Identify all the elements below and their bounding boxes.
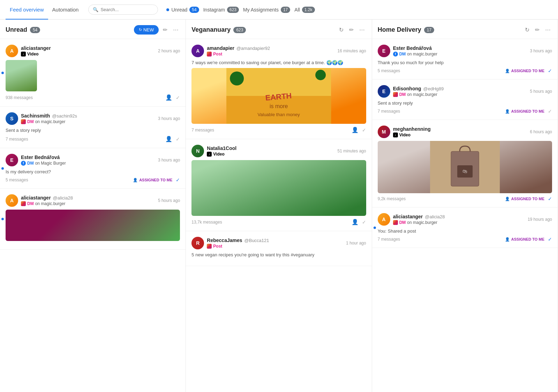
message-image: 🛍 bbox=[378, 141, 552, 193]
filter-unread[interactable]: Unread 54 bbox=[166, 7, 199, 13]
check-icon[interactable]: ✓ bbox=[548, 236, 552, 242]
col-badge-vegananuary: 623 bbox=[233, 27, 246, 33]
avatar: E bbox=[378, 85, 390, 98]
more-icon[interactable]: ⋯ bbox=[358, 25, 366, 35]
avatar: R bbox=[191, 237, 204, 249]
list-item[interactable]: S Sachinsmith @sachin92s DM on magic.bur… bbox=[0, 107, 186, 148]
list-item[interactable]: R RebeccaJames @Bucca121 Post 1 hour ago… bbox=[186, 231, 371, 266]
list-item[interactable]: E Edisonhong @edHg89 DM on magic.burger … bbox=[372, 80, 558, 120]
check-icon[interactable]: ✓ bbox=[548, 68, 552, 74]
list-item[interactable]: M meghanhenning ♪ Video 6 hours ago bbox=[372, 120, 558, 208]
instagram-icon bbox=[21, 201, 26, 206]
user-info: aliciastanger @alicia28 DM on magic.burg… bbox=[21, 195, 73, 206]
new-icon: ↻ bbox=[139, 28, 142, 32]
message-preview: 5 new vegan recipes you're going to want… bbox=[191, 252, 366, 257]
avatar: A bbox=[6, 45, 18, 57]
col-header-home-delivery: Home Delivery 17 ↻ ✏ ⋯ bbox=[372, 20, 558, 39]
assign-person-icon[interactable]: 👤 bbox=[352, 127, 359, 133]
message-image bbox=[6, 210, 180, 241]
refresh-icon[interactable]: ↻ bbox=[338, 25, 345, 35]
refresh-icon[interactable]: ↻ bbox=[523, 25, 531, 35]
check-icon[interactable]: ✓ bbox=[362, 219, 366, 225]
filter-my-assignments[interactable]: My Assignments 17 bbox=[243, 7, 290, 13]
list-item[interactable]: A aliciastanger @alicia28 DM on magic.bu… bbox=[0, 189, 186, 250]
unread-indicator bbox=[1, 167, 4, 169]
user-info: Ester Bednářová f DM on magic.burger bbox=[393, 45, 437, 56]
unread-badge: 54 bbox=[189, 7, 199, 13]
col-badge-unread: 54 bbox=[30, 27, 40, 33]
message-count: 5 messages bbox=[378, 68, 505, 73]
message-image bbox=[6, 60, 37, 91]
check-icon[interactable]: ✓ bbox=[548, 108, 552, 114]
check-icon[interactable]: ✓ bbox=[176, 177, 180, 183]
assign-person-icon[interactable]: 👤 bbox=[165, 94, 172, 101]
message-preview: 7 ways we're committed to saving our pla… bbox=[191, 60, 366, 65]
all-badge: 1.2k bbox=[302, 7, 315, 13]
avatar: A bbox=[378, 213, 390, 226]
my-assignments-badge: 17 bbox=[281, 7, 290, 13]
avatar: N bbox=[191, 145, 204, 157]
assign-person-icon[interactable]: 👤 bbox=[352, 219, 359, 225]
more-icon[interactable]: ⋯ bbox=[172, 25, 180, 35]
search-icon: 🔍 bbox=[93, 7, 98, 12]
assigned-to-me-badge[interactable]: 👤 ASSIGNED TO ME bbox=[505, 69, 544, 73]
edit-icon[interactable]: ✏ bbox=[348, 25, 355, 35]
search-box[interactable]: 🔍 bbox=[88, 5, 158, 15]
check-icon[interactable]: ✓ bbox=[176, 95, 180, 100]
list-item[interactable]: A aliciastanger ♪ Video 2 hours ago 938 … bbox=[0, 39, 186, 107]
unread-dot bbox=[166, 8, 169, 11]
more-icon[interactable]: ⋯ bbox=[544, 25, 552, 35]
new-button[interactable]: ↻ NEW bbox=[134, 25, 159, 35]
assign-person-icon[interactable]: 👤 bbox=[165, 136, 172, 142]
check-icon[interactable]: ✓ bbox=[548, 196, 552, 202]
facebook-icon: f bbox=[393, 52, 398, 56]
user-info: Sachinsmith @sachin92s DM on magic.burge… bbox=[21, 113, 77, 124]
list-item[interactable]: A amandapier @amandapier92 Post 16 minut… bbox=[186, 39, 371, 139]
user-info: amandapier @amandapier92 Post bbox=[207, 45, 270, 56]
facebook-icon: f bbox=[21, 161, 26, 166]
assign-icon: 👤 bbox=[505, 197, 510, 201]
list-item[interactable]: E Ester Bednářová f DM on Magic Burger 3… bbox=[0, 148, 186, 189]
col-title-vegananuary: Vegananuary bbox=[191, 26, 231, 33]
message-preview: You: Shared a post bbox=[378, 228, 552, 234]
unread-indicator bbox=[1, 218, 4, 220]
column-vegananuary: Vegananuary 623 ↻ ✏ ⋯ A amandapier @aman… bbox=[186, 20, 372, 392]
list-item[interactable]: A aliciastanger @alicia28 DM on magic.bu… bbox=[372, 208, 558, 248]
header: Feed overview Automation 🔍 Unread 54 Ins… bbox=[0, 0, 558, 20]
assign-icon: 👤 bbox=[133, 178, 138, 182]
tab-automation[interactable]: Automation bbox=[48, 0, 83, 20]
search-input[interactable] bbox=[100, 7, 153, 12]
assigned-to-me-badge[interactable]: 👤 ASSIGNED TO ME bbox=[505, 237, 544, 242]
main-content: Unread 54 ↻ NEW ✏ ⋯ A aliciastanger ♪ Vi… bbox=[0, 20, 558, 392]
check-icon[interactable]: ✓ bbox=[176, 136, 180, 142]
message-preview: Is my delivery correct? bbox=[6, 169, 180, 174]
message-preview: Thank you so much for your help bbox=[378, 60, 552, 65]
edit-icon[interactable]: ✏ bbox=[534, 25, 541, 35]
user-info: aliciastanger ♪ Video bbox=[21, 45, 51, 56]
filter-all[interactable]: All 1.2k bbox=[294, 7, 315, 13]
avatar: A bbox=[191, 45, 204, 57]
avatar: M bbox=[378, 126, 390, 138]
message-count: 5 messages bbox=[6, 178, 133, 182]
message-count: 7 messages bbox=[378, 237, 505, 242]
list-item[interactable]: N Natalia1Cool ♪ Video 51 minutes ago 13… bbox=[186, 139, 371, 231]
filter-instagram[interactable]: Instagram 623 bbox=[203, 7, 239, 13]
list-item[interactable]: E Ester Bednářová f DM on magic.burger 3… bbox=[372, 39, 558, 80]
assigned-to-me-badge[interactable]: 👤 ASSIGNED TO ME bbox=[505, 109, 544, 114]
assigned-to-me-badge[interactable]: 👤 ASSIGNED TO ME bbox=[505, 197, 544, 201]
svg-text:🛍: 🛍 bbox=[462, 168, 467, 174]
assign-icon: 👤 bbox=[505, 69, 510, 73]
edit-icon[interactable]: ✏ bbox=[161, 25, 169, 35]
col-title-unread: Unread bbox=[6, 26, 27, 33]
unread-indicator bbox=[374, 226, 376, 229]
message-count: 9,2k messages bbox=[378, 196, 505, 201]
user-info: RebeccaJames @Bucca121 Post bbox=[207, 238, 269, 249]
avatar: A bbox=[6, 194, 18, 207]
assign-icon: 👤 bbox=[505, 237, 510, 242]
tab-feed-overview[interactable]: Feed overview bbox=[6, 0, 48, 20]
unread-indicator bbox=[1, 71, 4, 74]
assigned-to-me-badge[interactable]: 👤 ASSIGNED TO ME bbox=[133, 178, 172, 182]
svg-text:Valuable than money: Valuable than money bbox=[258, 112, 300, 117]
instagram-badge: 623 bbox=[227, 7, 239, 13]
check-icon[interactable]: ✓ bbox=[362, 127, 366, 133]
